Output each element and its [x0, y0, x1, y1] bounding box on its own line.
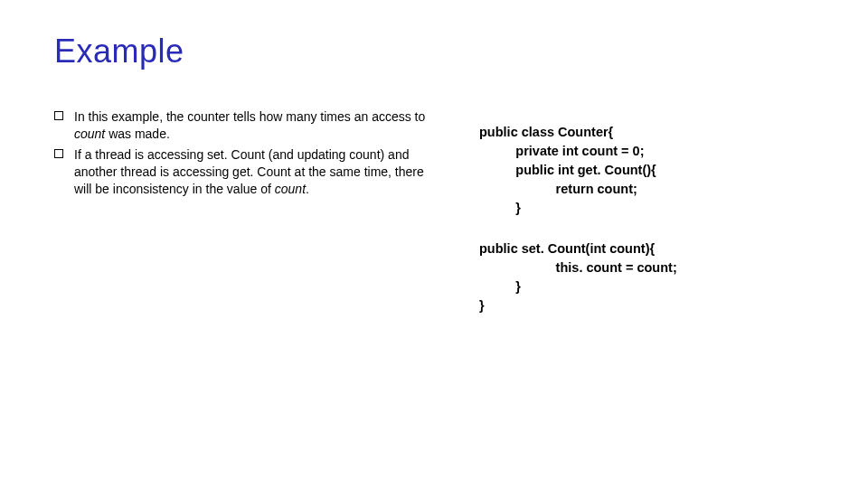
slide-title: Example	[54, 33, 814, 70]
code-line: }	[479, 199, 814, 218]
code-line: }	[479, 277, 814, 296]
bullet-item: If a thread is accessing set. Count (and…	[54, 146, 443, 198]
bullet-text: If a thread is accessing set. Count (and…	[74, 146, 443, 198]
bullet-italic: count	[74, 127, 105, 141]
left-column: In this example, the counter tells how m…	[54, 108, 443, 315]
content-row: In this example, the counter tells how m…	[54, 108, 814, 315]
code-line: }	[479, 296, 814, 315]
code-block-2: public set. Count(int count){ this. coun…	[479, 239, 814, 296]
code-line: public int get. Count(){	[479, 161, 814, 180]
bullet-italic: count	[275, 182, 306, 196]
code-line: return count;	[479, 180, 814, 199]
code-line: public class Counter{	[479, 123, 814, 142]
bullet-post: .	[306, 182, 309, 196]
bullet-text: In this example, the counter tells how m…	[74, 108, 443, 143]
bullet-pre: If a thread is accessing set. Count (and…	[74, 147, 424, 196]
square-bullet-icon	[54, 149, 63, 158]
bullet-item: In this example, the counter tells how m…	[54, 108, 443, 143]
code-block: public class Counter{ private int count …	[479, 123, 814, 315]
code-line: public set. Count(int count){	[479, 239, 814, 258]
bullet-pre: In this example, the counter tells how m…	[74, 109, 425, 124]
code-line: private int count = 0;	[479, 142, 814, 161]
slide: Example In this example, the counter tel…	[0, 0, 868, 488]
square-bullet-icon	[54, 111, 63, 120]
right-column: public class Counter{ private int count …	[479, 108, 814, 315]
code-line: this. count = count;	[479, 258, 814, 277]
bullet-post: was made.	[105, 127, 170, 141]
